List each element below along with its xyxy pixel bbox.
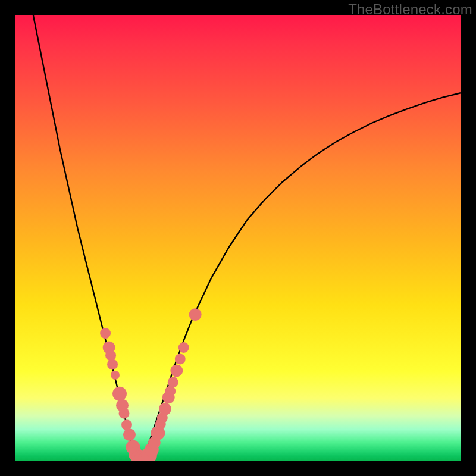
data-marker	[119, 408, 130, 419]
plot-area	[15, 15, 461, 461]
data-marker	[107, 359, 118, 369]
curve-right-branch	[140, 93, 461, 461]
data-markers	[100, 308, 202, 461]
watermark-text: TheBottleneck.com	[348, 1, 472, 18]
data-marker	[175, 353, 186, 364]
data-marker	[159, 403, 171, 415]
data-marker	[123, 428, 136, 441]
data-marker	[178, 342, 189, 353]
data-marker	[168, 377, 178, 387]
data-marker	[100, 328, 111, 339]
data-marker	[112, 387, 127, 401]
data-marker	[170, 364, 183, 377]
chart-svg	[15, 15, 461, 461]
data-marker	[111, 371, 120, 380]
chart-frame: TheBottleneck.com	[0, 0, 476, 476]
data-marker	[105, 350, 116, 361]
data-marker	[189, 308, 202, 321]
